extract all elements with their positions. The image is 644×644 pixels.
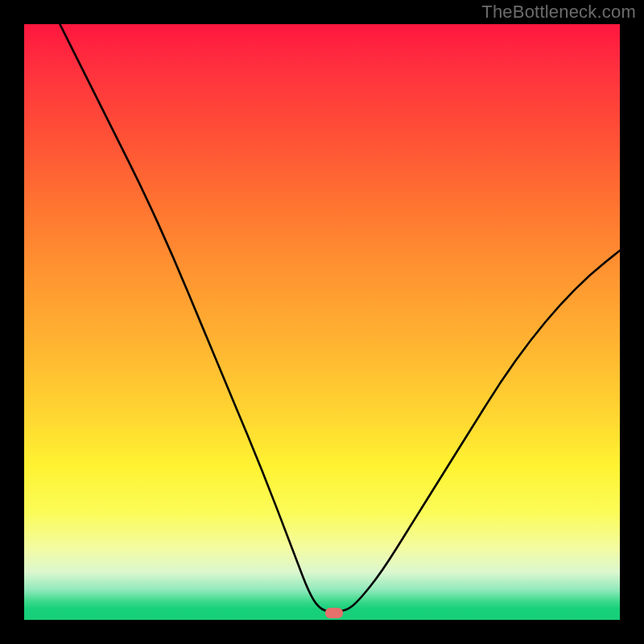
optimal-marker (325, 608, 343, 618)
watermark-text: TheBottleneck.com (481, 2, 636, 23)
chart-frame: TheBottleneck.com (0, 0, 644, 644)
plot-area (24, 24, 620, 620)
bottleneck-curve (24, 24, 620, 620)
